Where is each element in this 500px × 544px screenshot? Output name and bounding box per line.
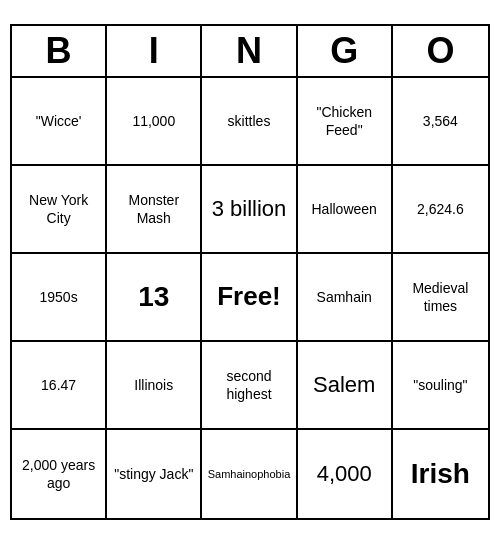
bingo-cell: 13 [107, 254, 202, 342]
bingo-card: BINGO "Wicce'11,000skittles"Chicken Feed… [10, 24, 490, 520]
bingo-cell: Medieval times [393, 254, 488, 342]
bingo-cell: skittles [202, 78, 297, 166]
bingo-cell: 3 billion [202, 166, 297, 254]
bingo-header: BINGO [12, 26, 488, 78]
header-letter: O [393, 26, 488, 76]
bingo-cell: Free! [202, 254, 297, 342]
bingo-cell: Salem [298, 342, 393, 430]
bingo-cell: Samhain [298, 254, 393, 342]
bingo-cell: "stingy Jack" [107, 430, 202, 518]
bingo-cell: 2,000 years ago [12, 430, 107, 518]
header-letter: N [202, 26, 297, 76]
bingo-cell: Monster Mash [107, 166, 202, 254]
header-letter: B [12, 26, 107, 76]
bingo-cell: Halloween [298, 166, 393, 254]
bingo-cell: Samhainophobia [202, 430, 297, 518]
bingo-cell: 4,000 [298, 430, 393, 518]
bingo-cell: "souling" [393, 342, 488, 430]
bingo-cell: "Wicce' [12, 78, 107, 166]
bingo-cell: 2,624.6 [393, 166, 488, 254]
bingo-cell: second highest [202, 342, 297, 430]
bingo-cell: "Chicken Feed" [298, 78, 393, 166]
bingo-cell: 1950s [12, 254, 107, 342]
bingo-cell: 11,000 [107, 78, 202, 166]
bingo-cell: 16.47 [12, 342, 107, 430]
bingo-cell: 3,564 [393, 78, 488, 166]
header-letter: I [107, 26, 202, 76]
bingo-cell: Illinois [107, 342, 202, 430]
header-letter: G [298, 26, 393, 76]
bingo-cell: New York City [12, 166, 107, 254]
bingo-cell: Irish [393, 430, 488, 518]
bingo-grid: "Wicce'11,000skittles"Chicken Feed"3,564… [12, 78, 488, 518]
